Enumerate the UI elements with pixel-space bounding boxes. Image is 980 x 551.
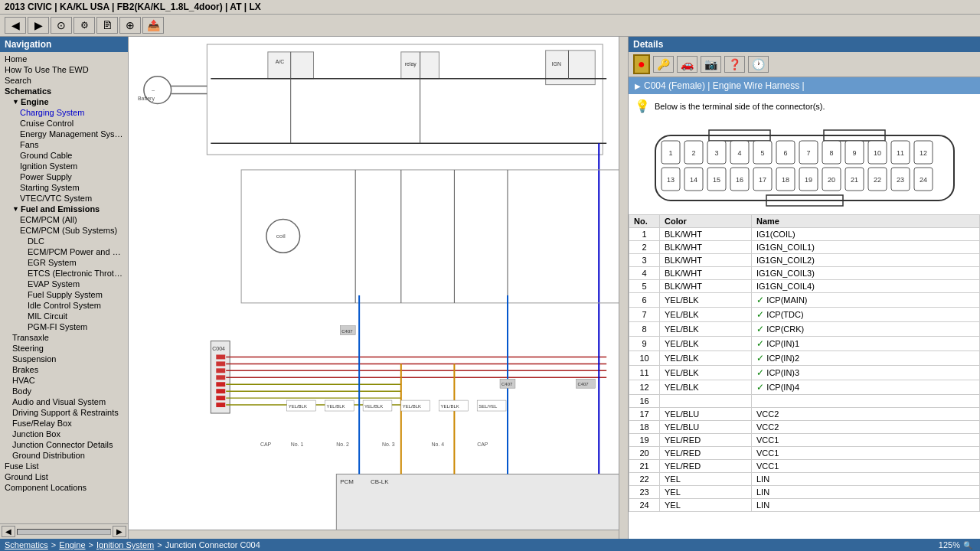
diagram-hscroll[interactable] [129,530,619,539]
nav-junction-box[interactable]: Junction Box [2,429,126,439]
nav-idle-control[interactable]: Idle Control System [2,300,126,311]
nav-vtec[interactable]: VTEC/VTC System [2,193,126,204]
nav-component-locations[interactable]: Component Locations [2,482,126,493]
table-row[interactable]: 11YEL/BLK✓ ICP(IN)3 [629,366,980,380]
nav-fans[interactable]: Fans [2,139,126,150]
nav-ecm-power[interactable]: ECM/PCM Power and Ground [2,246,126,257]
pin-name: ✓ ICP(TDC) [752,308,980,322]
table-row[interactable]: 21YEL/REDVCC1 [629,460,980,473]
nav-audio[interactable]: Audio and Visual System [2,396,126,407]
breadcrumb-schematics[interactable]: Schematics [5,540,48,549]
globe-button[interactable]: ⊕ [119,17,141,34]
svg-text:No. 1: No. 1 [291,442,304,447]
table-row[interactable]: 3BLK/WHTIG1GN_COIL2) [629,254,980,267]
nav-hvac[interactable]: HVAC [2,375,126,386]
nav-search[interactable]: Search [2,75,126,86]
table-row[interactable]: 5BLK/WHTIG1GN_COIL4) [629,280,980,293]
nav-how-to[interactable]: How To Use The EWD [2,64,126,75]
table-row[interactable]: 18YEL/BLUVCC2 [629,421,980,434]
nav-fuel-emissions[interactable]: ▼Fuel and Emissions [2,204,126,214]
scroll-left[interactable]: ◀ [2,526,15,537]
table-row[interactable]: 4BLK/WHTIG1GN_COIL3) [629,267,980,280]
print-button[interactable]: 🖹 [96,17,118,34]
nav-steering[interactable]: Steering [2,343,126,354]
pin-table[interactable]: No. Color Name 1BLK/WHTIG1(COIL)2BLK/WHT… [629,214,980,539]
pin-color: YEL/BLU [660,421,752,434]
camera-icon-button[interactable]: 📷 [701,56,721,73]
breadcrumb-engine[interactable]: Engine [59,540,85,549]
nav-fuel-supply[interactable]: Fuel Supply System [2,289,126,300]
nav-ignition-system[interactable]: Ignition System [2,161,126,171]
table-row[interactable]: 23YELLIN [629,486,980,499]
pin-color: YEL/RED [660,447,752,460]
nav-cruise-control[interactable]: Cruise Control [2,118,126,129]
nav-ground-dist[interactable]: Ground Distribution [2,450,126,461]
nav-ecm-sub[interactable]: ECM/PCM (Sub Systems) [2,225,126,236]
nav-brakes[interactable]: Brakes [2,364,126,375]
nav-etcs[interactable]: ETCS (Electronic Throttle Control System… [2,268,126,279]
history-icon-button[interactable]: 🕐 [748,56,769,73]
table-row[interactable]: 7YEL/BLK✓ ICP(TDC) [629,308,980,322]
nav-ecm-all[interactable]: ECM/PCM (All) [2,214,126,225]
key-icon-button[interactable]: 🔑 [653,56,674,73]
nav-fuse-relay[interactable]: Fuse/Relay Box [2,418,126,429]
nav-fuse-list[interactable]: Fuse List [2,461,126,471]
car-icon-button[interactable]: 🚗 [677,56,697,73]
table-row[interactable]: 19YEL/REDVCC1 [629,434,980,447]
pin-name: IG1GN_COIL4) [752,280,980,293]
diagram-vscroll[interactable] [619,37,628,539]
nav-junction-connector[interactable]: Junction Connector Details [2,439,126,450]
table-row[interactable]: 22YELLIN [629,473,980,486]
nav-starting-system[interactable]: Starting System [2,182,126,193]
forward-button[interactable]: ▶ [28,17,49,34]
table-row[interactable]: 16 [629,395,980,408]
nav-suspension[interactable]: Suspension [2,354,126,364]
nav-power-supply[interactable]: Power Supply [2,171,126,182]
nav-dlc[interactable]: DLC [2,236,126,246]
pin-color: YEL/RED [660,460,752,473]
nav-egr[interactable]: EGR System [2,257,126,268]
nav-engine[interactable]: ▼Engine [2,96,126,107]
breadcrumb-ignition[interactable]: Ignition System [96,540,154,549]
pin-name: ✓ ICP(CRK) [752,322,980,337]
table-row[interactable]: 10YEL/BLK✓ ICP(IN)2 [629,351,980,366]
table-row[interactable]: 1BLK/WHTIG1(COIL) [629,228,980,241]
table-row[interactable]: 12YEL/BLK✓ ICP(IN)4 [629,380,980,395]
nav-evap[interactable]: EVAP System [2,279,126,289]
nav-energy-management[interactable]: Energy Management System [2,129,126,139]
nav-content[interactable]: Home How To Use The EWD Search Schematic… [0,52,128,523]
svg-text:PCM: PCM [340,478,354,485]
collapse-arrow[interactable]: ▶ [635,82,641,90]
diagram-area[interactable]: ~ Battery A/C relay IGN [129,37,628,539]
svg-text:No. 3: No. 3 [382,442,395,447]
table-row[interactable]: 8YEL/BLK✓ ICP(CRK) [629,322,980,337]
pin-name: IG1GN_COIL1) [752,241,980,254]
nav-title: Navigation [0,37,128,52]
table-row[interactable]: 24YELLIN [629,499,980,512]
table-row[interactable]: 2BLK/WHTIG1GN_COIL1) [629,241,980,254]
nav-body[interactable]: Body [2,386,126,396]
table-row[interactable]: 9YEL/BLK✓ ICP(IN)1 [629,337,980,351]
nav-schematics[interactable]: Schematics [2,86,126,96]
nav-driving-support[interactable]: Driving Support & Restraints [2,407,126,418]
nav-charging-system[interactable]: Charging System [2,107,126,118]
export-button[interactable]: 📤 [142,17,164,34]
nav-transaxle[interactable]: Transaxle [2,332,126,343]
nav-ground-list[interactable]: Ground List [2,471,126,482]
nav-home[interactable]: Home [2,54,126,64]
table-row[interactable]: 6YEL/BLK✓ ICP(MAIN) [629,293,980,308]
svg-text:8: 8 [829,149,833,157]
toolbar: ◀ ▶ ⊙ ⚙ 🖹 ⊕ 📤 [0,15,980,37]
breadcrumb-c004: Junction Connector C004 [165,540,260,549]
table-row[interactable]: 20YEL/REDVCC1 [629,447,980,460]
back-button[interactable]: ◀ [5,17,26,34]
connector-icon-button[interactable]: ● [633,54,650,74]
find-button[interactable]: ⊙ [51,17,72,34]
nav-pgm-fi[interactable]: PGM-FI System [2,321,126,332]
nav-mil[interactable]: MIL Circuit [2,311,126,321]
help-icon-button[interactable]: ❓ [724,56,745,73]
nav-ground-cable[interactable]: Ground Cable [2,150,126,161]
table-row[interactable]: 17YEL/BLUVCC2 [629,408,980,421]
scroll-right[interactable]: ▶ [113,526,126,537]
settings-button[interactable]: ⚙ [74,17,95,34]
